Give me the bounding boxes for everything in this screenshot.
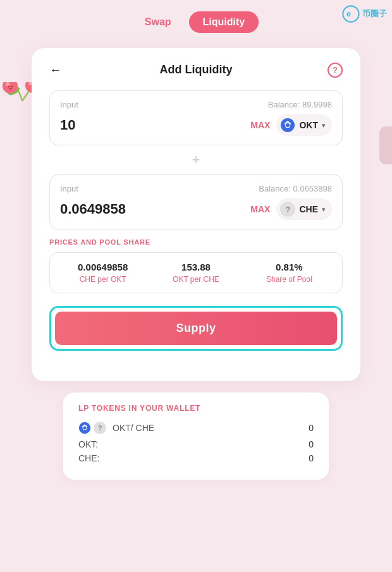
price-item-2: 0.81% Share of Pool [243, 262, 336, 284]
tab-liquidity[interactable]: Liquidity [189, 11, 259, 33]
add-liquidity-card: ← Add Liquidity ? Input Balance: 89.9998… [32, 48, 360, 381]
prices-label: PRICES AND POOL SHARE [49, 238, 343, 246]
price-value-2: 0.81% [243, 262, 336, 272]
input2-max-button[interactable]: MAX [250, 204, 270, 214]
token2-selector[interactable]: ? CHE ▾ [276, 198, 332, 220]
watermark-text: 币圈子 [362, 8, 387, 20]
lp-detail-row-1: CHE: 0 [78, 453, 314, 463]
watermark-logo-icon: e [342, 5, 360, 23]
lp-detail-row-0: OKT: 0 [78, 439, 314, 449]
token1-chevron: ▾ [322, 121, 326, 130]
svg-point-10 [286, 123, 290, 127]
che-icon: ? [280, 202, 295, 217]
lp-detail-value-okt: 0 [309, 439, 314, 449]
price-desc-1: OKT per CHE [149, 275, 242, 284]
card-title: Add Liquidity [160, 63, 233, 76]
tab-swap[interactable]: Swap [133, 11, 183, 33]
token2-name: CHE [299, 204, 318, 214]
input-box-2: Input Balance: 0.0653898 MAX ? CHE ▾ [49, 174, 343, 229]
plus-separator: + [49, 152, 343, 168]
input-box-1: Input Balance: 89.9998 MAX OKT ▾ [49, 90, 343, 145]
lp-title: LP TOKENS IN YOUR WALLET [78, 404, 314, 413]
lp-pair-row: ? OKT/ CHE 0 [78, 422, 314, 434]
svg-point-7 [8, 86, 10, 88]
right-decoration [379, 126, 392, 164]
token1-selector[interactable]: OKT ▾ [276, 114, 332, 136]
supply-button[interactable]: Supply [55, 312, 337, 345]
token1-name: OKT [299, 120, 318, 130]
lp-detail-label-che: CHE: [78, 453, 99, 463]
lp-tokens-card: LP TOKENS IN YOUR WALLET ? OKT/ CHE 0 OK… [63, 392, 329, 480]
svg-point-12 [83, 427, 87, 430]
lp-che-icon: ? [94, 422, 106, 434]
price-desc-2: Share of Pool [243, 275, 336, 284]
input1-bottom-row: MAX OKT ▾ [60, 114, 332, 136]
price-value-1: 153.88 [149, 262, 242, 272]
tab-bar: Swap Liquidity [0, 0, 392, 42]
lp-okt-icon [78, 422, 91, 434]
input1-top-row: Input Balance: 89.9998 [60, 100, 332, 109]
back-button[interactable]: ← [49, 63, 62, 77]
lp-pair-value: 0 [309, 423, 314, 433]
price-desc-0: CHE per OKT [56, 275, 149, 284]
input1-max-button[interactable]: MAX [250, 120, 270, 130]
lp-token-icons: ? OKT/ CHE [78, 422, 154, 434]
price-value-0: 0.00649858 [56, 262, 149, 272]
input2-balance: Balance: 0.0653898 [259, 184, 332, 193]
input1-balance: Balance: 89.9998 [268, 100, 332, 109]
input2-bottom-row: MAX ? CHE ▾ [60, 198, 332, 220]
input2-top-row: Input Balance: 0.0653898 [60, 184, 332, 193]
svg-point-8 [11, 86, 13, 88]
okt-icon [280, 118, 295, 133]
watermark: e 币圈子 [342, 5, 387, 23]
help-button[interactable]: ? [328, 63, 343, 78]
lp-detail-label-okt: OKT: [78, 439, 98, 449]
supply-button-wrapper: Supply [49, 306, 343, 351]
input2-label: Input [60, 184, 78, 193]
input1-label: Input [60, 100, 78, 109]
svg-text:e: e [346, 9, 351, 18]
price-item-0: 0.00649858 CHE per OKT [56, 262, 149, 284]
price-item-1: 153.88 OKT per CHE [149, 262, 242, 284]
input2-field[interactable] [60, 201, 250, 217]
svg-point-5 [6, 82, 9, 86]
input1-field[interactable] [60, 117, 250, 133]
lp-pair-name: OKT/ CHE [113, 423, 154, 433]
lp-detail-value-che: 0 [309, 453, 314, 463]
token2-chevron: ▾ [322, 205, 326, 214]
prices-box: 0.00649858 CHE per OKT 153.88 OKT per CH… [49, 252, 343, 293]
card-header: ← Add Liquidity ? [49, 63, 343, 76]
